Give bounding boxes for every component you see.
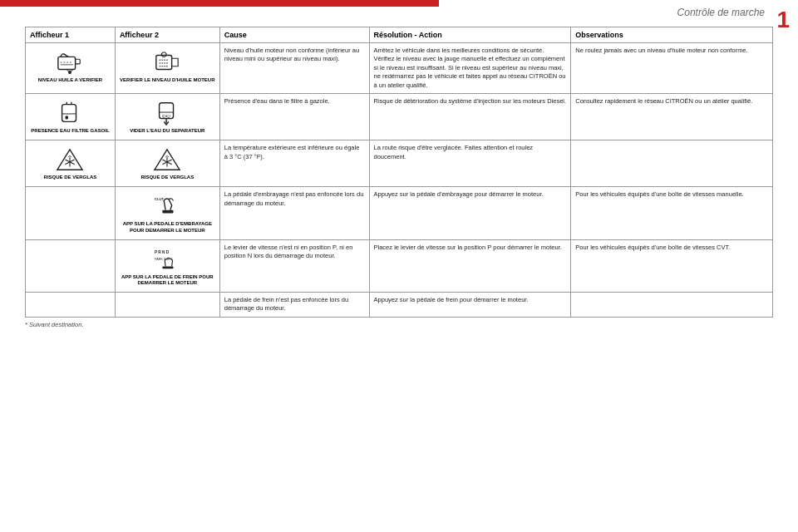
col-header-cause: Cause [219,27,369,43]
table-row: CLUT APP SUR LA PEDALE D'EMBRAYAGE POUR … [26,187,773,239]
observations-cell-5 [571,293,773,318]
cause-cell-3: La pédale d'embrayage n'est pas enfoncée… [219,187,369,239]
aff2-cell-1: EAU VIDER L'EAU DU SEPARATEUR [115,93,219,140]
svg-text:P R N D: P R N D [155,250,170,254]
clutch-pedal-label: APP SUR LA PEDALE D'EMBRAYAGE POUR DEMAR… [120,221,215,233]
resolution-text-5: Appuyez sur la pédale de frein pour déma… [374,296,529,303]
table-row: P R N D PARK SHIFT APP SUR LA PEDALE DE … [26,239,773,292]
table-row: NIVEAU HUILE A VERIFIER VERIFIER LE NIVE… [26,43,773,94]
oil-level-label: NIVEAU HUILE A VERIFIER [38,77,102,83]
page-title-area: Contrôle de marche [677,0,765,25]
fuel-filter-label: PRESENCE EAU FILTRE GASOIL [31,128,109,134]
resolution-cell: Arrêtez le véhicule dans les meilleures … [369,43,571,94]
footnote: * Suivant destination. [25,321,773,328]
aff1-cell-3 [26,187,116,239]
table-row: RISQUE DE VERGLAS RISQUE DE VERG [26,140,773,187]
resolution-text-3: Appuyez sur la pédale d'embrayage pour d… [374,190,544,198]
resolution-text-2: La route risque d'être verglacée. Faites… [374,144,534,160]
ice-warning-icon-box: RISQUE DE VERGLAS [30,144,111,183]
clutch-pedal-icon: CLUT [151,193,183,219]
svg-rect-25 [163,210,174,214]
check-oil-icon [151,49,183,76]
svg-rect-29 [163,266,174,268]
svg-rect-0 [58,57,76,69]
resolution-cell-2: La route risque d'être verglacée. Faites… [369,140,571,187]
aff1-cell-2: RISQUE DE VERGLAS [26,140,116,187]
ice-warning2-icon-box: RISQUE DE VERGLAS [120,144,215,183]
drain-water-icon-box: EAU VIDER L'EAU DU SEPARATEUR [120,97,215,136]
fuel-filter-icon [54,100,86,126]
cause-text-0: Niveau d'huile moteur non conforme (infé… [224,47,359,62]
observations-text-1: Consultez rapidement le réseau CITROËN o… [575,97,752,105]
observations-text-4: Pour les véhicules équipés d'une boîte d… [575,244,730,251]
cause-cell: Niveau d'huile moteur non conforme (infé… [219,43,369,94]
main-content: Afficheur 1 Afficheur 2 Cause Résolution… [25,27,773,515]
resolution-text-0: Arrêtez le véhicule dans les meilleures … [374,47,566,89]
page-title: Contrôle de marche [677,7,765,18]
aff2-cell-4: P R N D PARK SHIFT APP SUR LA PEDALE DE … [115,239,219,292]
resolution-cell-1: Risque de détérioration du système d'inj… [369,93,571,140]
cause-cell-2: La température extérieure est inférieure… [219,140,369,187]
cause-cell-1: Présence d'eau dans le filtre à gazole. [219,93,369,140]
check-oil-label: VERIFIER LE NIVEAU D'HUILE MOTEUR [120,77,214,83]
observations-cell-4: Pour les véhicules équipés d'une boîte d… [571,239,773,292]
svg-rect-5 [156,56,172,70]
check-oil-icon-box: VERIFIER LE NIVEAU D'HUILE MOTEUR [120,47,215,86]
brake-pedal-icon-box: P R N D PARK SHIFT APP SUR LA PEDALE DE … [120,244,215,288]
cause-text-2: La température extérieure est inférieure… [224,144,360,160]
brake-pedal-icon: P R N D PARK SHIFT [151,246,183,273]
col-header-aff2: Afficheur 2 [115,27,219,43]
svg-line-17 [69,155,71,157]
col-header-aff1: Afficheur 1 [26,27,116,43]
aff1-cell-4 [26,239,116,292]
fuel-filter-icon-box: PRESENCE EAU FILTRE GASOIL [30,97,111,136]
clutch-pedal-icon-box: CLUT APP SUR LA PEDALE D'EMBRAYAGE POUR … [120,190,215,235]
resolution-cell-5: Appuyez sur la pédale de frein pour déma… [369,293,571,318]
ice-warning2-icon [151,146,183,173]
cause-cell-4: Le levier de vitesse n'est ni en positio… [219,239,369,292]
aff1-cell: NIVEAU HUILE A VERIFIER [26,43,116,94]
ice-warning-label: RISQUE DE VERGLAS [44,175,97,180]
ice-warning-icon [54,146,86,173]
oil-icon-box: NIVEAU HUILE A VERIFIER [30,47,111,86]
resolution-text-4: Placez le levier de vitesse sur la posit… [374,244,562,251]
cause-text-4: Le levier de vitesse n'est ni en positio… [224,244,353,259]
svg-line-23 [165,155,167,157]
resolution-text-1: Risque de détérioration du système d'inj… [374,97,567,105]
brake-pedal-label: APP SUR LA PEDALE DE FREIN POUR DEMARRER… [120,274,215,286]
main-table: Afficheur 1 Afficheur 2 Cause Résolution… [25,27,773,318]
svg-line-24 [167,155,169,157]
observations-cell: Ne roulez jamais avec un niveau d'huile … [571,43,773,94]
observations-cell-3: Pour les véhicules équipés d'une boîte d… [571,187,773,239]
ice-warning2-label: RISQUE DE VERGLAS [140,175,194,180]
table-row: PRESENCE EAU FILTRE GASOIL EAU VI [26,93,773,140]
aff2-cell-2: RISQUE DE VERGLAS [115,140,219,187]
aff1-cell-5 [26,293,116,318]
cause-text-1: Présence d'eau dans le filtre à gazole. [224,97,330,105]
col-header-resolution: Résolution - Action [369,27,571,43]
svg-rect-1 [76,59,81,64]
cause-cell-5: La pédale de frein n'est pas enfoncée lo… [219,293,369,318]
observations-text-3: Pour les véhicules équipés d'une boîte d… [575,190,743,198]
table-row: La pédale de frein n'est pas enfoncée lo… [26,293,773,318]
cause-text-3: La pédale d'embrayage n'est pas enfoncée… [224,190,364,206]
top-red-bar [0,0,439,7]
observations-cell-2 [571,140,773,187]
svg-text:EAU: EAU [163,115,171,119]
svg-line-18 [70,155,71,157]
cause-text-5: La pédale de frein n'est pas enfoncée lo… [224,296,348,312]
oil-level-icon [54,49,86,76]
drain-water-icon: EAU [151,100,183,126]
aff2-cell-5 [115,293,219,318]
resolution-cell-3: Appuyez sur la pédale d'embrayage pour d… [369,187,571,239]
aff2-cell: VERIFIER LE NIVEAU D'HUILE MOTEUR [115,43,219,94]
drain-water-label: VIDER L'EAU DU SEPARATEUR [130,128,204,134]
svg-text:CLUT: CLUT [155,198,165,202]
aff1-cell-1: PRESENCE EAU FILTRE GASOIL [26,93,116,140]
resolution-cell-4: Placez le levier de vitesse sur la posit… [369,239,571,292]
svg-rect-6 [62,105,76,122]
observations-text-0: Ne roulez jamais avec un niveau d'huile … [575,47,747,54]
aff2-cell-3: CLUT APP SUR LA PEDALE D'EMBRAYAGE POUR … [115,187,219,239]
page-number: 1 [776,8,790,32]
col-header-observations: Observations [571,27,773,43]
